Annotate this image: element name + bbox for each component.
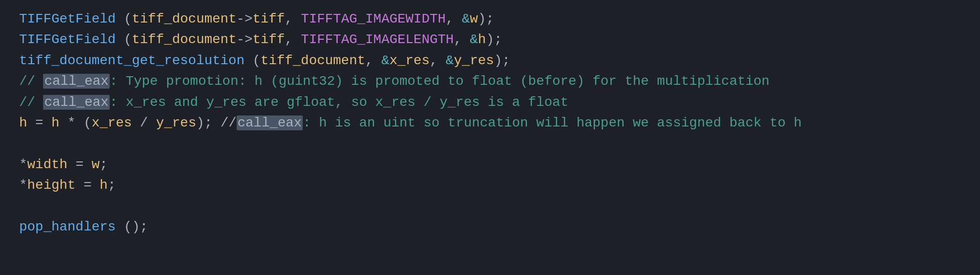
code-line-6: h = h * (x_res / y_res); //call_eax: h i… bbox=[19, 113, 961, 133]
code-line-8: *width = w; bbox=[19, 154, 961, 175]
code-line-7 bbox=[19, 133, 961, 154]
code-editor: TIFFGetField (tiff_document->tiff, TIFFT… bbox=[0, 0, 980, 275]
code-line-2: TIFFGetField (tiff_document->tiff, TIFFT… bbox=[19, 29, 961, 50]
code-line-5: // call_eax: x_res and y_res are gfloat,… bbox=[19, 92, 961, 113]
code-line-9: *height = h; bbox=[19, 175, 961, 195]
code-line-1: TIFFGetField (tiff_document->tiff, TIFFT… bbox=[19, 9, 961, 29]
code-line-4: // call_eax: Type promotion: h (guint32)… bbox=[19, 71, 961, 92]
code-line-3: tiff_document_get_resolution (tiff_docum… bbox=[19, 50, 961, 71]
code-line-11: pop_handlers (); bbox=[19, 217, 961, 237]
code-line-10 bbox=[19, 196, 961, 217]
